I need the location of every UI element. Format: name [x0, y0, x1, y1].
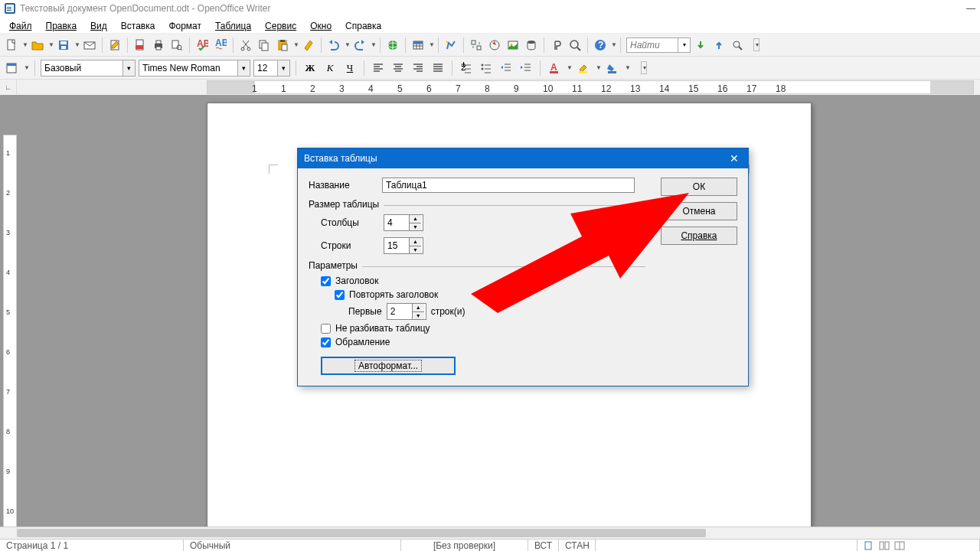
first-rows-input[interactable]	[387, 304, 412, 319]
help-button[interactable]: ?	[592, 37, 609, 54]
table-button[interactable]	[410, 37, 426, 54]
font-color-dropdown[interactable]: ▼	[566, 64, 572, 71]
header-checkbox[interactable]	[321, 276, 331, 286]
status-language[interactable]: [Без проверки]	[401, 540, 528, 551]
border-label[interactable]: Обрамление	[335, 337, 390, 347]
bgcolor-dropdown[interactable]: ▼	[624, 64, 630, 71]
fmtbar-overflow[interactable]: ▾	[641, 61, 647, 74]
find-prev-up-button[interactable]	[710, 37, 727, 54]
horizontal-ruler[interactable]: 1123456789101112131415161718	[207, 80, 974, 94]
align-right-button[interactable]	[410, 60, 426, 77]
font-size-input[interactable]	[254, 63, 277, 73]
minimize-button[interactable]: —	[966, 4, 975, 13]
ok-button[interactable]: ОК	[661, 178, 737, 196]
copy-button[interactable]	[256, 37, 273, 54]
header-checkbox-label[interactable]: Заголовок	[335, 276, 378, 286]
numbered-list-button[interactable]: 12	[458, 60, 475, 77]
show-draw-button[interactable]	[443, 37, 459, 54]
gallery-button[interactable]	[505, 37, 521, 54]
undo-dropdown[interactable]: ▼	[344, 41, 350, 48]
menu-format[interactable]: Формат	[162, 19, 207, 33]
menu-tools[interactable]: Сервис	[259, 19, 302, 33]
columns-spinner[interactable]: ▲▼	[384, 214, 423, 231]
align-center-button[interactable]	[390, 60, 407, 77]
dialog-titlebar[interactable]: Вставка таблицы ✕	[298, 148, 748, 168]
status-view-buttons[interactable]	[858, 540, 980, 551]
autoformat-button[interactable]: Автоформат...	[321, 357, 456, 375]
align-justify-button[interactable]	[430, 60, 446, 77]
toolbar-overflow[interactable]: ▾	[753, 38, 760, 51]
new-doc-dropdown[interactable]: ▼	[21, 41, 28, 48]
open-button[interactable]	[29, 37, 46, 54]
help-button[interactable]: Справка	[661, 227, 737, 245]
first-rows-up[interactable]: ▲	[413, 304, 424, 312]
cut-button[interactable]	[237, 37, 254, 54]
paragraph-style-input[interactable]	[41, 63, 122, 73]
status-style[interactable]: Обычный	[184, 540, 401, 551]
help-dropdown[interactable]: ▼	[610, 41, 616, 48]
find-input[interactable]	[627, 40, 678, 51]
font-name-caret[interactable]: ▾	[237, 60, 250, 76]
datasources-button[interactable]	[523, 37, 540, 54]
paste-dropdown[interactable]: ▼	[292, 41, 299, 48]
menu-window[interactable]: Окно	[304, 19, 338, 33]
redo-button[interactable]	[351, 37, 368, 54]
hyperlink-button[interactable]	[384, 37, 401, 54]
first-rows-spinner[interactable]: ▲▼	[387, 303, 426, 320]
view-book-icon[interactable]	[894, 541, 905, 550]
nosplit-label[interactable]: Не разбивать таблицу	[335, 323, 430, 334]
paragraph-style-combo[interactable]: ▾	[41, 60, 136, 77]
font-color-button[interactable]: A	[546, 60, 563, 77]
menu-insert[interactable]: Вставка	[115, 19, 162, 33]
first-rows-down[interactable]: ▼	[413, 312, 424, 320]
view-multi-icon[interactable]	[879, 541, 890, 550]
status-selection-mode[interactable]: СТАН	[559, 540, 596, 551]
find-toolbar-box[interactable]: ▾	[626, 37, 691, 53]
table-name-input[interactable]	[382, 178, 635, 193]
menu-edit[interactable]: Правка	[40, 19, 83, 33]
rows-up[interactable]: ▲	[410, 238, 421, 246]
undo-button[interactable]	[325, 37, 342, 54]
zoom-button[interactable]	[567, 37, 583, 54]
styles-apply-dropdown[interactable]: ▼	[23, 64, 29, 71]
status-insert-mode[interactable]: ВСТ	[528, 540, 559, 551]
font-size-caret[interactable]: ▾	[277, 60, 289, 76]
print-preview-button[interactable]	[168, 37, 185, 54]
highlight-button[interactable]	[575, 60, 592, 77]
nonprinting-button[interactable]	[548, 37, 565, 54]
autospell-button[interactable]: ABC	[212, 37, 229, 54]
font-size-combo[interactable]: ▾	[253, 60, 290, 77]
font-name-combo[interactable]: ▾	[139, 60, 250, 77]
table-dropdown[interactable]: ▼	[428, 41, 434, 48]
columns-up[interactable]: ▲	[410, 215, 421, 223]
dialog-close-button[interactable]: ✕	[727, 151, 742, 166]
menu-help[interactable]: Справка	[339, 19, 387, 33]
save-button[interactable]	[55, 37, 72, 54]
italic-button[interactable]: К	[322, 60, 338, 77]
nosplit-checkbox[interactable]	[321, 324, 331, 334]
menu-view[interactable]: Вид	[84, 19, 113, 33]
align-left-button[interactable]	[370, 60, 387, 77]
find-next-down-button[interactable]	[692, 37, 709, 54]
find-dropdown[interactable]: ▾	[678, 38, 690, 52]
edit-doc-button[interactable]	[106, 37, 123, 54]
rows-input[interactable]	[384, 238, 409, 253]
increase-indent-button[interactable]	[518, 60, 534, 77]
export-pdf-button[interactable]	[132, 37, 149, 54]
columns-down[interactable]: ▼	[410, 223, 421, 231]
menu-file[interactable]: Файл	[3, 19, 38, 33]
navigator-button[interactable]	[486, 37, 503, 54]
bgcolor-button[interactable]	[604, 60, 621, 77]
horizontal-scrollbar[interactable]	[0, 527, 980, 539]
paragraph-style-caret[interactable]: ▾	[122, 60, 135, 76]
view-single-icon[interactable]	[864, 541, 874, 550]
new-doc-button[interactable]	[3, 37, 20, 54]
paste-button[interactable]	[274, 37, 291, 54]
format-paintbrush-button[interactable]	[300, 37, 317, 54]
decrease-indent-button[interactable]	[498, 60, 514, 77]
bullet-list-button[interactable]	[478, 60, 495, 77]
border-checkbox[interactable]	[321, 337, 331, 347]
find-all-button[interactable]	[729, 37, 746, 54]
open-dropdown[interactable]: ▼	[47, 41, 54, 48]
print-button[interactable]	[150, 37, 167, 54]
